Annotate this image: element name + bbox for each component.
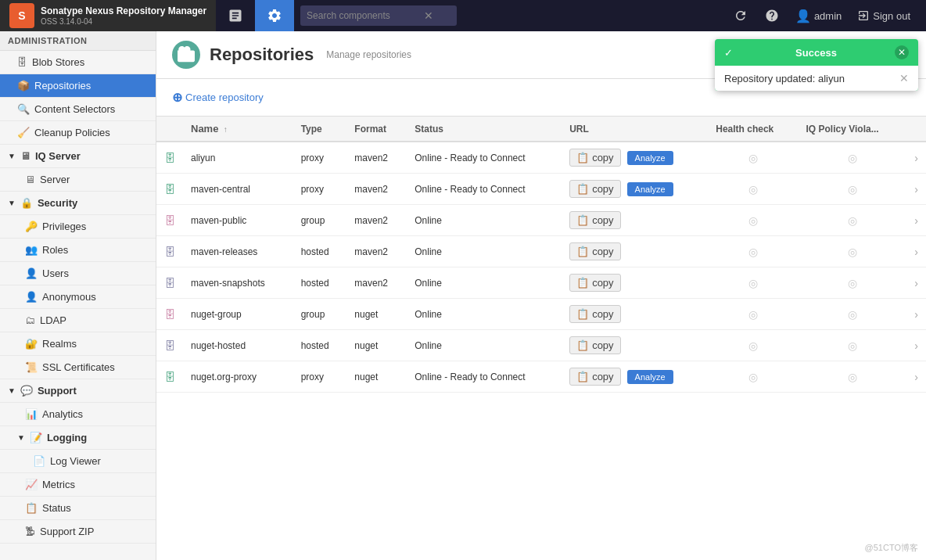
repo-url-cell: 📋 copy bbox=[562, 205, 708, 236]
sidebar-group-support[interactable]: ▼ 💬 Support bbox=[0, 379, 156, 403]
copy-icon: 📋 bbox=[576, 214, 589, 226]
sidebar-item-anonymous[interactable]: 👤 Anonymous bbox=[0, 285, 156, 309]
repo-format-cell: nuget bbox=[346, 330, 407, 361]
sidebar-item-repositories[interactable]: 📦 Repositories bbox=[0, 74, 156, 98]
repo-arrow-cell[interactable]: › bbox=[906, 299, 926, 330]
brand: S Sonatype Nexus Repository Manager OSS … bbox=[0, 0, 216, 31]
sidebar-item-content-selectors[interactable]: 🔍 Content Selectors bbox=[0, 98, 156, 121]
users-icon: 👤 bbox=[25, 267, 38, 279]
health-check-icon: ◎ bbox=[748, 277, 758, 289]
search-input[interactable] bbox=[307, 10, 424, 21]
analyze-button[interactable]: Analyze bbox=[627, 182, 673, 196]
sidebar-item-log-viewer[interactable]: 📄 Log Viewer bbox=[0, 450, 156, 473]
copy-url-button[interactable]: 📋 copy bbox=[569, 149, 620, 167]
row-detail-arrow[interactable]: › bbox=[914, 277, 918, 289]
notification-body-close-icon[interactable]: ✕ bbox=[899, 72, 909, 84]
sidebar-item-realms[interactable]: 🔐 Realms bbox=[0, 332, 156, 356]
ssl-certificates-icon: 📜 bbox=[25, 361, 38, 373]
copy-url-button[interactable]: 📋 copy bbox=[569, 180, 620, 198]
row-detail-arrow[interactable]: › bbox=[914, 308, 918, 321]
repo-arrow-cell[interactable]: › bbox=[906, 330, 926, 361]
copy-label: copy bbox=[592, 152, 613, 163]
copy-icon: 📋 bbox=[576, 339, 589, 351]
copy-url-button[interactable]: 📋 copy bbox=[569, 305, 620, 323]
help-button[interactable] bbox=[758, 2, 786, 30]
table-row: 🗄 maven-public group maven2 Online 📋 cop… bbox=[156, 205, 926, 236]
sidebar-item-server[interactable]: 🖥 Server bbox=[0, 168, 156, 192]
repo-icon-cell: 🗄 bbox=[156, 205, 183, 236]
analyze-button[interactable]: Analyze bbox=[627, 370, 673, 384]
sidebar-item-metrics[interactable]: 📈 Metrics bbox=[0, 473, 156, 497]
settings-button[interactable] bbox=[255, 0, 294, 31]
sidebar-status-label: Status bbox=[42, 502, 71, 514]
health-check-icon: ◎ bbox=[748, 214, 758, 227]
repo-format-cell: maven2 bbox=[346, 267, 407, 299]
repo-arrow-cell[interactable]: › bbox=[906, 142, 926, 174]
sidebar-item-analytics[interactable]: 📊 Analytics bbox=[0, 403, 156, 426]
col-name[interactable]: Name ↑ bbox=[183, 117, 293, 142]
sidebar-item-cleanup-policies[interactable]: 🧹 Cleanup Policies bbox=[0, 121, 156, 145]
repo-arrow-cell[interactable]: › bbox=[906, 361, 926, 393]
sidebar-item-roles[interactable]: 👥 Roles bbox=[0, 239, 156, 262]
sidebar-group-logging[interactable]: ▼ 📝 Logging bbox=[0, 426, 156, 450]
iq-policy-icon: ◎ bbox=[848, 214, 857, 227]
sidebar-group-iq-server[interactable]: ▼ 🖥 IQ Server bbox=[0, 145, 156, 168]
repo-health-cell: ◎ bbox=[708, 330, 798, 361]
sidebar-group-security[interactable]: ▼ 🔒 Security bbox=[0, 192, 156, 215]
repo-type-icon: 🗄 bbox=[164, 183, 175, 196]
repo-status-cell: Online bbox=[407, 205, 562, 236]
copy-url-button[interactable]: 📋 copy bbox=[569, 274, 620, 292]
row-detail-arrow[interactable]: › bbox=[914, 214, 918, 227]
notification-close-button[interactable]: ✕ bbox=[895, 45, 909, 59]
row-detail-arrow[interactable]: › bbox=[914, 183, 918, 196]
sidebar-item-users[interactable]: 👤 Users bbox=[0, 262, 156, 285]
repo-url-cell: 📋 copy bbox=[562, 299, 708, 330]
metrics-icon: 📈 bbox=[25, 479, 38, 490]
sidebar-server-label: Server bbox=[40, 174, 70, 185]
sidebar-item-support-zip[interactable]: 🗜 Support ZIP bbox=[0, 520, 156, 544]
col-health-check: Health check bbox=[708, 117, 798, 142]
copy-url-button[interactable]: 📋 copy bbox=[569, 242, 620, 260]
search-clear-icon[interactable]: ✕ bbox=[424, 9, 433, 22]
copy-url-button[interactable]: 📋 copy bbox=[569, 211, 620, 229]
copy-label: copy bbox=[592, 308, 613, 320]
copy-url-button[interactable]: 📋 copy bbox=[569, 368, 620, 386]
signout-button[interactable]: Sign out bbox=[851, 9, 917, 22]
iq-policy-icon: ◎ bbox=[848, 339, 857, 352]
repo-arrow-cell[interactable]: › bbox=[906, 205, 926, 236]
row-detail-arrow[interactable]: › bbox=[914, 339, 918, 352]
repo-type-icon: 🗄 bbox=[164, 277, 175, 289]
support-zip-icon: 🗜 bbox=[25, 526, 35, 537]
repositories-table: Name ↑ Type Format Status URL Health che… bbox=[156, 116, 926, 393]
brand-logo: S bbox=[9, 3, 34, 28]
user-menu[interactable]: 👤 admin bbox=[789, 9, 848, 23]
search-box[interactable]: ✕ bbox=[300, 5, 457, 26]
repo-format-cell: maven2 bbox=[346, 205, 407, 236]
row-detail-arrow[interactable]: › bbox=[914, 152, 918, 164]
sidebar-item-status[interactable]: 📋 Status bbox=[0, 497, 156, 520]
sidebar-item-blob-stores[interactable]: 🗄 Blob Stores bbox=[0, 51, 156, 74]
row-detail-arrow[interactable]: › bbox=[914, 371, 918, 383]
copy-url-button[interactable]: 📋 copy bbox=[569, 336, 620, 354]
browse-button[interactable] bbox=[216, 0, 255, 31]
sidebar-metrics-label: Metrics bbox=[42, 479, 75, 490]
sidebar-item-ssl-certificates[interactable]: 📜 SSL Certificates bbox=[0, 356, 156, 379]
repo-arrow-cell[interactable]: › bbox=[906, 236, 926, 267]
analyze-button[interactable]: Analyze bbox=[627, 151, 673, 165]
create-repository-button[interactable]: ⊕ Create repository bbox=[172, 87, 264, 108]
sidebar-item-ldap[interactable]: 🗂 LDAP bbox=[0, 309, 156, 332]
repo-arrow-cell[interactable]: › bbox=[906, 174, 926, 205]
repo-type-icon: 🗄 bbox=[164, 152, 175, 164]
repo-type-icon: 🗄 bbox=[164, 214, 175, 227]
notif-check-icon: ✓ bbox=[724, 47, 733, 59]
notification-overlay: ✓ Success ✕ Repository updated: aliyun ✕ bbox=[715, 39, 918, 91]
col-icon bbox=[156, 117, 183, 142]
repo-icon-cell: 🗄 bbox=[156, 142, 183, 174]
sidebar-item-privileges[interactable]: 🔑 Privileges bbox=[0, 215, 156, 239]
repo-iq-cell: ◎ bbox=[799, 236, 907, 267]
sidebar-repositories-label: Repositories bbox=[34, 80, 91, 92]
row-detail-arrow[interactable]: › bbox=[914, 246, 918, 258]
notification-title: Success bbox=[795, 47, 837, 59]
repo-arrow-cell[interactable]: › bbox=[906, 267, 926, 299]
refresh-button[interactable] bbox=[727, 2, 755, 30]
